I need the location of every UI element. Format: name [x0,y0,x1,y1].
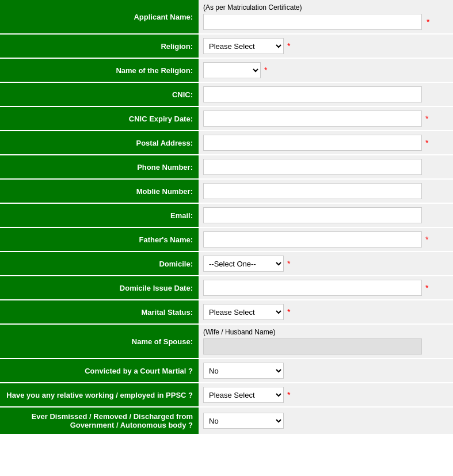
input-applicant-name[interactable] [203,14,422,30]
label-cnic-expiry: CNIC Expiry Date: [0,107,199,130]
select-dismissed[interactable]: NoYes [203,413,284,429]
label-court-martial: Convicted by a Court Martial ? [0,359,199,382]
label-marital-status: Marital Status: [0,300,199,323]
input-cell-court-martial: NoYes [199,359,453,382]
label-mobile-number: Moblie Number: [0,180,199,203]
input-domicile-issue-date[interactable] [203,280,422,296]
input-cell-religion-name: * [199,59,453,82]
label-fathers-name: Father's Name: [0,228,199,251]
note-spouse-name: (Wife / Husband Name) [203,328,275,336]
row-mobile-number: Moblie Number: [0,180,453,204]
input-cell-ppsc-relative: Please SelectYesNo* [199,383,453,406]
application-form: Applicant Name:(As per Matriculation Cer… [0,0,453,435]
input-email[interactable] [203,207,422,223]
select-religion[interactable]: Please SelectIslamChristianityHinduismOt… [203,38,284,54]
select-court-martial[interactable]: NoYes [203,363,284,379]
input-cell-religion: Please SelectIslamChristianityHinduismOt… [199,35,453,58]
row-domicile: Domicile:--Select One--PunjabSindhKPKBal… [0,252,453,276]
required-domicile: * [287,259,290,268]
required-ppsc-relative: * [287,390,290,399]
required-postal-address: * [425,138,428,147]
input-cell-dismissed: NoYes [199,408,453,434]
row-ppsc-relative: Have you any relative working / employed… [0,383,453,408]
select-religion-name[interactable] [203,62,261,78]
required-fathers-name: * [425,235,428,244]
input-spouse-name[interactable] [203,338,422,355]
input-cell-email [199,204,453,227]
row-marital-status: Marital Status:Please SelectSingleMarrie… [0,300,453,325]
required-cnic-expiry: * [425,114,428,123]
label-domicile-issue-date: Domicile Issue Date: [0,276,199,299]
required-domicile-issue-date: * [425,283,428,292]
input-fathers-name[interactable] [203,231,422,247]
input-cell-fathers-name: * [199,228,453,251]
label-dismissed: Ever Dismissed / Removed / Discharged fr… [0,408,199,434]
required-marital-status: * [287,307,290,317]
input-cell-applicant-name: (As per Matriculation Certificate)* [199,0,453,33]
select-domicile[interactable]: --Select One--PunjabSindhKPKBalochistanA… [203,256,284,272]
input-phone-number[interactable] [203,159,422,175]
row-domicile-issue-date: Domicile Issue Date:* [0,276,453,300]
row-dismissed: Ever Dismissed / Removed / Discharged fr… [0,408,453,435]
input-cell-domicile-issue-date: * [199,276,453,299]
input-cell-postal-address: * [199,131,453,154]
select-marital-status[interactable]: Please SelectSingleMarriedDivorcedWidowe… [203,304,284,320]
row-email: Email: [0,204,453,228]
row-cnic-expiry: CNIC Expiry Date:* [0,107,453,131]
row-religion: Religion:Please SelectIslamChristianityH… [0,35,453,59]
input-cell-domicile: --Select One--PunjabSindhKPKBalochistanA… [199,252,453,275]
row-court-martial: Convicted by a Court Martial ?NoYes [0,359,453,383]
note-applicant-name: (As per Matriculation Certificate) [203,3,302,12]
row-fathers-name: Father's Name:* [0,228,453,252]
label-phone-number: Phone Number: [0,155,199,178]
label-spouse-name: Name of Spouse: [0,325,199,358]
input-cell-marital-status: Please SelectSingleMarriedDivorcedWidowe… [199,300,453,323]
input-mobile-number[interactable] [203,183,422,199]
label-domicile: Domicile: [0,252,199,275]
select-ppsc-relative[interactable]: Please SelectYesNo [203,387,284,403]
input-cell-cnic-expiry: * [199,107,453,130]
row-spouse-name: Name of Spouse:(Wife / Husband Name) [0,325,453,359]
input-cell-mobile-number [199,180,453,203]
required-religion-name: * [264,66,267,75]
label-applicant-name: Applicant Name: [0,0,199,33]
row-postal-address: Postal Address:* [0,131,453,155]
input-cell-cnic [199,83,453,106]
input-postal-address[interactable] [203,135,422,151]
label-cnic: CNIC: [0,83,199,106]
label-religion: Religion: [0,35,199,58]
input-cell-phone-number [199,155,453,178]
required-religion: * [287,41,290,51]
row-phone-number: Phone Number: [0,155,453,180]
row-religion-name: Name of the Religion:* [0,59,453,83]
input-cnic-expiry[interactable] [203,111,422,127]
label-email: Email: [0,204,199,227]
label-ppsc-relative: Have you any relative working / employed… [0,383,199,406]
input-cnic[interactable] [203,86,422,102]
label-religion-name: Name of the Religion: [0,59,199,82]
label-postal-address: Postal Address: [0,131,199,154]
row-cnic: CNIC: [0,83,453,107]
required-applicant-name: * [427,17,429,26]
input-cell-spouse-name: (Wife / Husband Name) [199,325,453,358]
row-applicant-name: Applicant Name:(As per Matriculation Cer… [0,0,453,35]
